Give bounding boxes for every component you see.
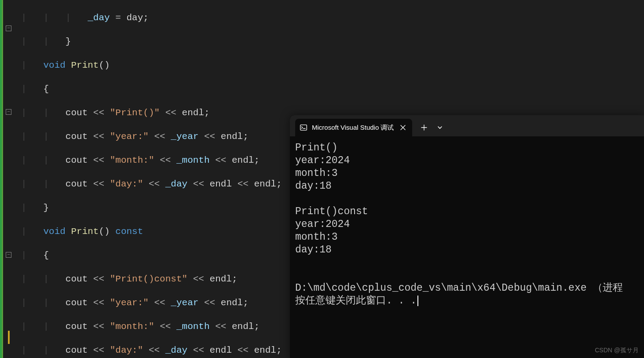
terminal-cursor [417, 296, 418, 306]
svg-rect-0 [300, 125, 307, 130]
terminal-tab[interactable]: Microsoft Visual Studio 调试 [295, 119, 412, 136]
fold-toggle-icon[interactable]: − [6, 109, 11, 115]
change-marker [8, 331, 10, 344]
new-tab-button[interactable] [417, 121, 432, 135]
editor-gutter: − − − [0, 0, 21, 358]
terminal-icon [300, 124, 307, 132]
tab-actions [417, 121, 447, 135]
terminal-tabbar: Microsoft Visual Studio 调试 [290, 115, 644, 136]
fold-toggle-icon[interactable]: − [6, 26, 11, 31]
terminal-text: Print() year:2024 month:3 day:18 Print()… [295, 142, 623, 307]
tab-title: Microsoft Visual Studio 调试 [312, 124, 394, 132]
watermark-text: CSDN @孤サ月 [595, 347, 639, 354]
chevron-down-icon[interactable] [432, 121, 447, 135]
terminal-window: Microsoft Visual Studio 调试 Print() year:… [290, 115, 644, 358]
terminal-output[interactable]: Print() year:2024 month:3 day:18 Print()… [290, 136, 644, 313]
close-icon[interactable] [398, 123, 408, 132]
fold-toggle-icon[interactable]: − [6, 252, 11, 258]
